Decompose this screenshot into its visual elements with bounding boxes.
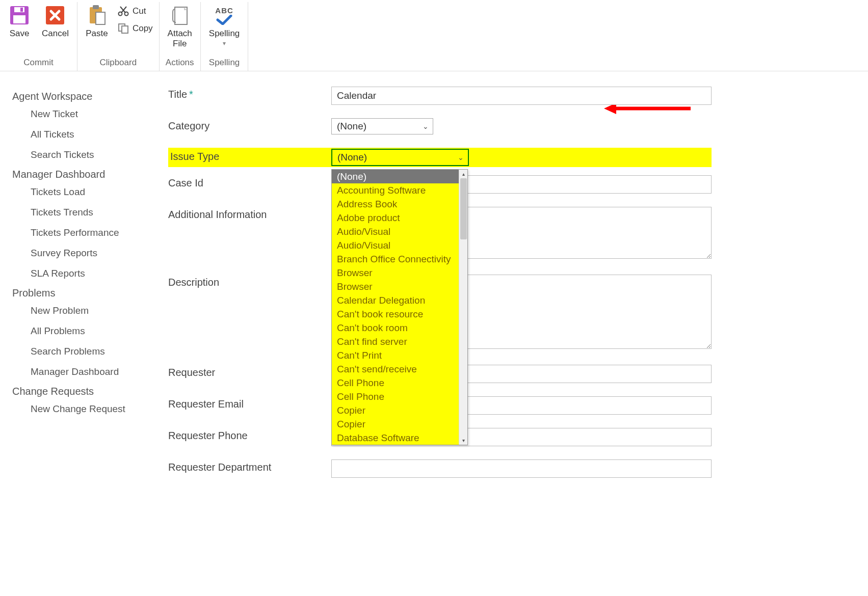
dropdown-option[interactable]: Can't find server: [332, 335, 467, 348]
ribbon-group-clipboard: Paste Cut Copy Clipboard: [77, 2, 160, 71]
label-requester-email: Requester Email: [168, 396, 331, 410]
dropdown-option[interactable]: Audio/Visual: [332, 225, 467, 238]
nav-item-sla-reports[interactable]: SLA Reports: [12, 265, 158, 282]
nav-section-change-requests[interactable]: Change Requests: [12, 386, 158, 397]
ribbon-group-clipboard-label: Clipboard: [82, 56, 155, 69]
dropdown-option[interactable]: Can't Print: [332, 348, 467, 362]
ribbon-group-actions-label: Actions: [164, 56, 196, 69]
ribbon-group-spelling: ABC Spelling ▾ Spelling: [201, 2, 249, 71]
copy-button[interactable]: Copy: [115, 21, 155, 36]
issue-type-dropdown[interactable]: (None)Accounting SoftwareAddress BookAdo…: [331, 169, 468, 445]
nav-item-tickets-performance[interactable]: Tickets Performance: [12, 224, 158, 241]
label-case-id: Case Id: [168, 175, 331, 189]
input-title[interactable]: [331, 87, 712, 105]
nav-section-problems[interactable]: Problems: [12, 287, 158, 299]
spelling-dropdown-caret[interactable]: ▾: [223, 40, 226, 47]
dropdown-option[interactable]: Adobe product: [332, 211, 467, 225]
paste-button[interactable]: Paste: [82, 2, 112, 39]
label-requester: Requester: [168, 365, 331, 378]
cancel-icon: [44, 4, 66, 26]
label-issue-type: Issue Type: [168, 149, 331, 162]
cut-button[interactable]: Cut: [115, 4, 155, 18]
form-area: Title* Category (None) ⌄ Issue Type (Non…: [163, 71, 724, 478]
nav-item-new-ticket[interactable]: New Ticket: [12, 105, 158, 123]
paste-icon: [86, 4, 108, 26]
dropdown-option[interactable]: Copier: [332, 417, 467, 431]
nav-item-tickets-trends[interactable]: Tickets Trends: [12, 204, 158, 221]
scroll-up-icon[interactable]: ▴: [459, 170, 467, 178]
dropdown-option[interactable]: Branch Office Connectivity: [332, 252, 467, 266]
label-title: Title*: [168, 87, 331, 100]
nav-item-search-tickets[interactable]: Search Tickets: [12, 146, 158, 164]
scroll-thumb[interactable]: [460, 178, 467, 239]
dropdown-option[interactable]: Can't send/receive: [332, 362, 467, 376]
ribbon-group-spelling-label: Spelling: [205, 56, 244, 69]
svg-rect-3: [13, 15, 25, 23]
chevron-down-icon: ⌄: [423, 122, 429, 130]
scroll-down-icon[interactable]: ▾: [459, 436, 467, 445]
label-additional-info: Additional Information: [168, 207, 331, 221]
label-category: Category: [168, 118, 331, 132]
label-requester-phone: Requester Phone: [168, 428, 331, 442]
nav-item-manager-dashboard[interactable]: Manager Dashboard: [12, 363, 158, 381]
save-icon: [8, 4, 31, 26]
ribbon-group-commit: Save Cancel Commit: [0, 2, 77, 71]
attach-file-icon: [169, 4, 191, 26]
dropdown-option[interactable]: (None): [332, 170, 467, 183]
nav-item-new-problem[interactable]: New Problem: [12, 302, 158, 319]
dropdown-option[interactable]: Cell Phone: [332, 390, 467, 403]
dropdown-option[interactable]: Copier: [332, 403, 467, 417]
spelling-icon: ABC: [213, 4, 235, 26]
dropdown-option[interactable]: Can't book resource: [332, 307, 467, 321]
nav-item-all-tickets[interactable]: All Tickets: [12, 126, 158, 143]
dropdown-option[interactable]: Can't book room: [332, 321, 467, 335]
cut-icon: [117, 5, 129, 17]
label-requester-department: Requester Department: [168, 459, 331, 473]
select-category[interactable]: (None) ⌄: [331, 118, 433, 134]
copy-icon: [117, 22, 129, 35]
chevron-down-icon: ⌄: [458, 153, 464, 161]
svg-rect-6: [93, 5, 99, 9]
nav-item-survey-reports[interactable]: Survey Reports: [12, 245, 158, 262]
dropdown-option[interactable]: Cell Phone: [332, 376, 467, 390]
dropdown-option[interactable]: Database Software: [332, 431, 467, 445]
svg-rect-2: [20, 8, 23, 12]
sidebar-nav: Agent Workspace New Ticket All Tickets S…: [0, 71, 163, 478]
nav-item-new-change-request[interactable]: New Change Request: [12, 400, 158, 418]
dropdown-option[interactable]: Browser: [332, 266, 467, 280]
nav-item-search-problems[interactable]: Search Problems: [12, 343, 158, 360]
select-issue-type[interactable]: (None) ⌄: [331, 149, 469, 166]
dropdown-scrollbar[interactable]: ▴▾: [459, 170, 467, 445]
nav-item-all-problems[interactable]: All Problems: [12, 322, 158, 340]
input-requester-department[interactable]: [331, 459, 712, 478]
ribbon-group-actions: Attach File Actions: [160, 2, 201, 71]
nav-item-tickets-load[interactable]: Tickets Load: [12, 183, 158, 201]
nav-section-manager-dashboard[interactable]: Manager Dashboard: [12, 169, 158, 180]
ribbon-group-commit-label: Commit: [4, 56, 73, 69]
dropdown-option[interactable]: Accounting Software: [332, 183, 467, 197]
save-button[interactable]: Save: [4, 2, 35, 39]
nav-section-agent-workspace[interactable]: Agent Workspace: [12, 91, 158, 102]
label-description: Description: [168, 275, 331, 288]
dropdown-option[interactable]: Calendar Delegation: [332, 293, 467, 307]
dropdown-option[interactable]: Browser: [332, 280, 467, 293]
attach-file-button[interactable]: Attach File: [164, 2, 196, 48]
dropdown-option[interactable]: Address Book: [332, 197, 467, 211]
ribbon-toolbar: Save Cancel Commit Paste: [0, 0, 868, 71]
cancel-button[interactable]: Cancel: [38, 2, 73, 39]
svg-rect-11: [122, 26, 128, 33]
dropdown-option[interactable]: Audio/Visual: [332, 238, 467, 252]
spelling-button[interactable]: ABC Spelling ▾: [205, 2, 244, 47]
svg-rect-7: [96, 12, 105, 24]
